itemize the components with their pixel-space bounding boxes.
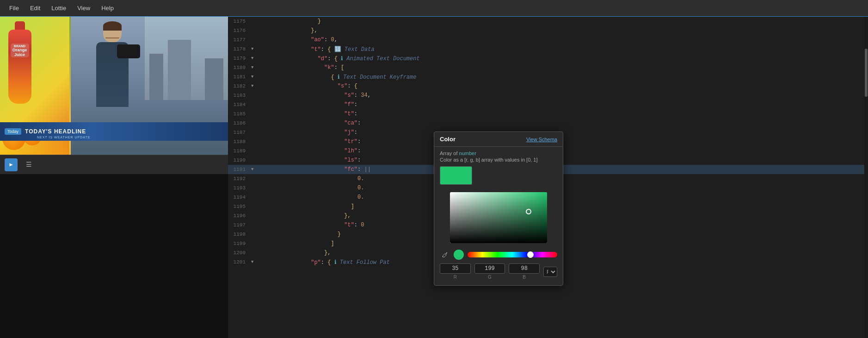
code-line-1184: 1184 "f": — [228, 100, 868, 109]
menu-file[interactable]: File — [4, 3, 25, 13]
menu-help[interactable]: Help — [96, 3, 119, 13]
today-badge: Today — [5, 128, 21, 135]
g-input[interactable] — [474, 263, 505, 274]
hue-row — [434, 250, 563, 260]
preview-image: BRANDOrangeJuice — [0, 17, 228, 155]
menu-lottie[interactable]: Lottie — [46, 3, 72, 13]
code-line-1177: 1177 "ao": 0, — [228, 35, 868, 44]
menu-view[interactable]: View — [72, 3, 96, 13]
play-button[interactable]: ▶ — [5, 158, 18, 171]
menu-edit[interactable]: Edit — [25, 3, 46, 13]
svg-point-0 — [443, 257, 443, 257]
color-swatch — [440, 166, 472, 185]
r-label: R — [454, 275, 457, 280]
code-line-1178: 1178 ▼ "t": { 🔢 Text Data — [228, 44, 868, 54]
color-picker-body: Array of number Color as a [r, g, b] arr… — [434, 147, 563, 192]
editor-scrollbar[interactable] — [864, 17, 868, 338]
code-line-1182: 1182 ▼ "s": { — [228, 81, 868, 91]
gradient-cursor[interactable] — [526, 209, 531, 214]
rgb-inputs-row: R G B R H — [434, 263, 563, 280]
color-picker-header: Color View Schema — [434, 132, 563, 147]
menubar: File Edit Lottie View Help — [0, 0, 868, 17]
player-controls: ▶ ☰ — [0, 155, 228, 174]
code-line-1175: 1175 } — [228, 17, 868, 26]
current-color-indicator — [454, 250, 464, 260]
rgb-mode-select[interactable]: R H — [543, 267, 557, 277]
r-input[interactable] — [440, 263, 471, 274]
code-line-1180: 1180 ▼ "k": [ — [228, 63, 868, 72]
headline-bar: Today TODAY'S HEADLINE NEXT IS WEATHER U… — [0, 122, 228, 141]
main-layout: BRANDOrangeJuice — [0, 17, 868, 338]
subheadline-text: NEXT IS WEATHER UPDATE — [37, 136, 90, 139]
code-line-1181: 1181 ▼ { ℹ Text Document Keyframe — [228, 72, 868, 81]
color-type-label: Array of number — [440, 150, 557, 156]
b-input-group: B — [509, 263, 540, 280]
color-gradient-picker[interactable] — [450, 192, 547, 243]
code-line-1183: 1183 "s": 34, — [228, 91, 868, 100]
g-input-group: G — [474, 263, 505, 280]
b-label: B — [523, 275, 526, 280]
view-schema-link[interactable]: View Schema — [526, 137, 557, 142]
r-input-group: R — [440, 263, 471, 280]
color-picker-title: Color — [440, 136, 456, 143]
editor-scrollbar-thumb[interactable] — [865, 49, 868, 97]
code-line-1176: 1176 }, — [228, 26, 868, 35]
color-picker-popup: Color View Schema Array of number Color … — [434, 131, 563, 286]
headline-text: TODAY'S HEADLINE — [25, 128, 86, 135]
gradient-container — [434, 192, 563, 250]
code-line-1179: 1179 ▼ "d": { ℹ Animated Text Document — [228, 54, 868, 63]
eyedropper-button[interactable] — [440, 250, 450, 260]
g-label: G — [488, 275, 492, 280]
color-desc: Color as a [r, g, b] array with values i… — [440, 157, 557, 163]
b-input[interactable] — [509, 263, 540, 274]
code-line-1185: 1185 "t": — [228, 109, 868, 119]
hue-slider[interactable] — [468, 252, 557, 257]
preview-panel: BRANDOrangeJuice — [0, 17, 228, 338]
hue-slider-thumb[interactable] — [527, 251, 534, 258]
menu-button[interactable]: ☰ — [22, 158, 35, 171]
code-panel: 1175 } 1176 }, 1177 — [228, 17, 868, 338]
code-line-1186: 1186 "ca": — [228, 119, 868, 128]
